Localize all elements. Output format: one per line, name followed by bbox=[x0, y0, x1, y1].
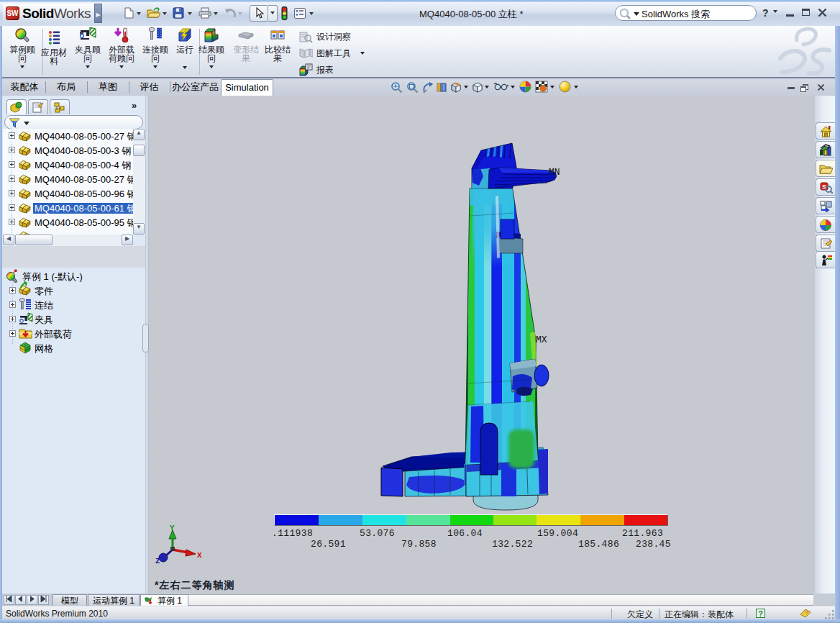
svg-text:X: X bbox=[197, 551, 202, 560]
svg-text:Z: Z bbox=[155, 557, 160, 565]
